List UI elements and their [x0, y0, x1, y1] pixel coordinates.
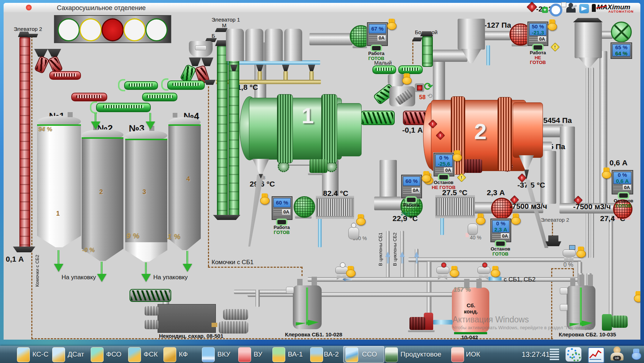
- taskbar-item-fsk[interactable]: ФСК: [144, 350, 158, 358]
- hand-dryer1-fan-icon[interactable]: [387, 19, 396, 29]
- hand-valve1-icon[interactable]: [346, 266, 355, 277]
- hand-duct2-icon[interactable]: [602, 167, 611, 178]
- pipe-right-thin: [586, 68, 589, 258]
- user-icon[interactable]: iok: [609, 346, 625, 362]
- app-icon-va2[interactable]: [310, 347, 323, 362]
- taskbar-item-va1[interactable]: ВА-1: [288, 350, 303, 358]
- user-label: iok: [613, 356, 621, 360]
- taskbar-item-kf[interactable]: КФ: [179, 350, 188, 358]
- indicator-cyclone2-fan[interactable]: 65 %64 %: [611, 42, 632, 59]
- app-icon-fso[interactable]: [91, 347, 104, 362]
- hand-valve3-icon[interactable]: [491, 266, 500, 277]
- valve4-sensor[interactable]: [563, 249, 576, 257]
- recycle-icon[interactable]: ⟳: [424, 81, 433, 92]
- indicator-drum2[interactable]: 0 %-25,6 А 0А: [434, 153, 454, 176]
- valve2-sensor[interactable]: [436, 267, 449, 274]
- value-0-6a: 0,6 А: [609, 158, 627, 167]
- pipe-right-wide: [599, 51, 607, 204]
- indicator-cyclone1-fan[interactable]: 50 %-21,3 А 0А: [527, 22, 548, 46]
- outlet4-stem: [186, 251, 188, 265]
- app-icon-kf[interactable]: [163, 347, 176, 362]
- rotate-off-icon[interactable]: ⟲: [427, 93, 432, 99]
- taskbar-item-va2[interactable]: ВА-2: [324, 350, 339, 358]
- trend-chart-icon[interactable]: [588, 347, 604, 363]
- hand-duct1a-icon[interactable]: [476, 213, 485, 224]
- app-icon-vu[interactable]: [238, 347, 251, 362]
- value-58: 58: [419, 94, 426, 101]
- app-icon-va1[interactable]: [272, 347, 285, 362]
- app-icon-ksc[interactable]: [17, 347, 30, 362]
- hand-duct1b-icon[interactable]: [511, 213, 521, 224]
- spout-red-1: [34, 55, 49, 74]
- hand-klerovka2-icon[interactable]: [634, 291, 640, 302]
- route-komochki-sb1-h: [208, 267, 302, 268]
- hand-hx2-icon[interactable]: [422, 171, 431, 182]
- clock: 13:27:41: [522, 350, 550, 359]
- elevator2-chute: [27, 34, 38, 37]
- hopper-funnel-a: [189, 58, 201, 66]
- klerovka2-button2[interactable]: [560, 304, 568, 311]
- telegram-icon[interactable]: [579, 4, 589, 13]
- hx-cyl-2: [245, 29, 263, 61]
- valve3-sensor[interactable]: [477, 267, 490, 274]
- route-to-klerovka1: [301, 267, 303, 276]
- app-icon-vku[interactable]: [202, 347, 215, 362]
- hx2-waterpipe: [440, 215, 444, 235]
- tank3-num: 3: [142, 188, 146, 196]
- taskbar-item-dsat[interactable]: ДСат: [68, 350, 84, 358]
- app-icon-sso[interactable]: [345, 347, 358, 362]
- taskbar-item-vu[interactable]: ВУ: [254, 350, 262, 358]
- label-elevator2-right: Элеватор 2: [541, 217, 569, 223]
- elevator-bolshoy-column: [422, 36, 433, 67]
- hand-drum2-icon[interactable]: [453, 150, 462, 161]
- hand-valve2-icon[interactable]: [450, 266, 459, 277]
- klerovka2-button1[interactable]: [560, 288, 568, 294]
- indicator-hx1-fan[interactable]: 60 % 0А: [272, 196, 292, 220]
- drum1-motor: [309, 159, 327, 173]
- settings-gears-icon[interactable]: [566, 347, 581, 362]
- app-icon-iok[interactable]: [451, 347, 464, 362]
- outlet3-stem: [145, 262, 147, 275]
- taskbar-item-iok[interactable]: ИОК: [466, 350, 480, 358]
- indicator-hx2-fan[interactable]: 60 % 0А: [401, 175, 422, 198]
- taskbar-item-sso[interactable]: ССО: [362, 350, 377, 358]
- fan-cyclone2-icon[interactable]: [611, 22, 632, 42]
- add-icon[interactable]: +: [542, 7, 548, 13]
- cyclone1-body: [458, 19, 485, 50]
- app-icon-fsk[interactable]: [128, 347, 141, 362]
- indicator-dryer1-fan[interactable]: 67 % 0А: [367, 22, 388, 46]
- route-bolshoy: [412, 40, 413, 64]
- taskbar-item-produktovoe[interactable]: Продуктовое: [400, 350, 441, 358]
- tank3-cone: [125, 250, 167, 262]
- app-icon-produktovoe[interactable]: [385, 347, 398, 362]
- taskbar-item-fso[interactable]: ФСО: [106, 350, 122, 358]
- hand-valve100-icon[interactable]: [356, 214, 366, 225]
- touch-icon[interactable]: [632, 349, 641, 359]
- elevator1b-column: [217, 45, 228, 217]
- pump-klerovka2-motor[interactable]: [611, 316, 628, 328]
- status-drum2: ОстановНЕ ГОТОВ: [431, 175, 456, 190]
- chat-icon[interactable]: [549, 4, 562, 17]
- conveyor-green-4: [167, 81, 205, 90]
- service-user-icon[interactable]: [566, 3, 577, 13]
- klerovka1-button[interactable]: [286, 287, 294, 294]
- label-v-cikl-sb1: В циклоны СБ1: [378, 226, 383, 266]
- route-komochki-sb2: [31, 36, 32, 339]
- app-icon-dsat[interactable]: [52, 347, 65, 362]
- indicator-duct1-fan[interactable]: 0 %2,3 А 0А: [490, 219, 511, 242]
- hand-hx1-icon[interactable]: [260, 193, 269, 204]
- pump-10042-motor[interactable]: [409, 317, 425, 330]
- funnel-left-b: [47, 49, 61, 57]
- indicator-duct2-fan[interactable]: 0 %0,6 А 0А: [612, 170, 633, 194]
- fan-hx1-icon[interactable]: [294, 196, 315, 218]
- hand-cyclone1-icon[interactable]: [548, 19, 557, 30]
- cyclone1-waterpipe: [486, 45, 490, 65]
- label-klerovka2: Клеровка СБ2. 10-035: [559, 331, 616, 337]
- taskbar-item-ksc[interactable]: КС-С: [32, 350, 49, 358]
- taskbar-item-vku[interactable]: ВКУ: [217, 350, 230, 358]
- stop-button-frame[interactable]: [415, 83, 424, 92]
- menu-lines-icon[interactable]: [550, 349, 559, 360]
- hand-mixer-icon[interactable]: [402, 73, 412, 84]
- hand-valve4-icon[interactable]: [576, 247, 586, 257]
- status-duct1-fan: ОстановГОТОВ: [489, 242, 512, 256]
